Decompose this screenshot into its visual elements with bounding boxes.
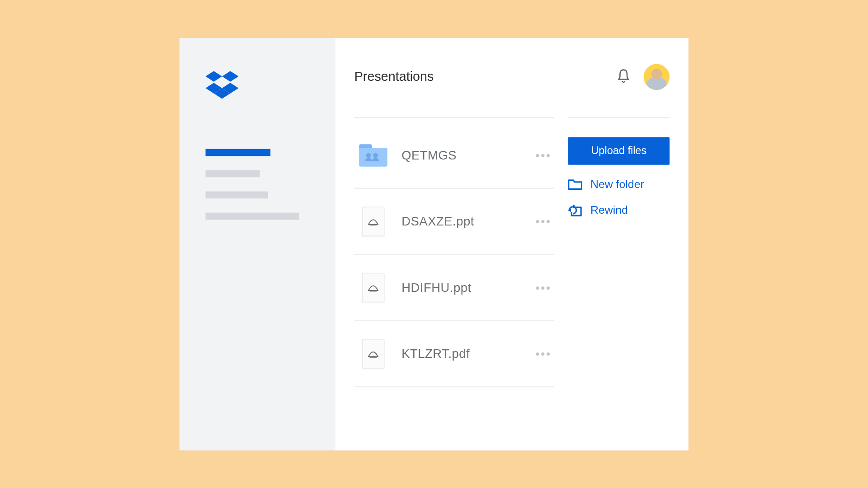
page-title: Presentations — [354, 69, 434, 84]
file-icon — [359, 272, 387, 302]
file-name: HDIFHU.ppt — [401, 280, 535, 294]
rewind-link[interactable]: Rewind — [568, 204, 670, 217]
shared-folder-icon — [359, 144, 387, 167]
svg-marker-1 — [222, 71, 239, 82]
file-list: QETMGS ••• DSAXZE.ppt ••• — [354, 117, 554, 387]
dropbox-logo-icon[interactable] — [206, 71, 310, 102]
new-folder-link[interactable]: New folder — [568, 178, 670, 191]
notifications-icon[interactable] — [617, 68, 631, 85]
list-item[interactable]: HDIFHU.ppt ••• — [354, 255, 554, 321]
file-icon — [359, 339, 387, 368]
content-body: QETMGS ••• DSAXZE.ppt ••• — [354, 117, 670, 387]
more-options-icon[interactable]: ••• — [536, 281, 554, 294]
more-options-icon[interactable]: ••• — [536, 215, 554, 228]
action-label: New folder — [590, 178, 644, 191]
sidebar-nav-item[interactable] — [206, 191, 268, 198]
divider — [568, 117, 670, 118]
action-label: Rewind — [590, 204, 628, 217]
header-actions — [617, 64, 670, 89]
list-item[interactable]: QETMGS ••• — [354, 123, 554, 189]
upload-files-button[interactable]: Upload files — [568, 137, 670, 164]
list-item[interactable]: DSAXZE.ppt ••• — [354, 189, 554, 255]
action-panel: Upload files New folder Rewind — [568, 117, 670, 387]
folder-icon — [568, 178, 582, 190]
sidebar — [179, 38, 335, 450]
file-name: KTLZRT.pdf — [401, 347, 535, 361]
file-icon — [359, 206, 387, 236]
sidebar-nav-item[interactable] — [206, 170, 260, 177]
file-name: DSAXZE.ppt — [401, 214, 535, 228]
rewind-icon — [568, 204, 582, 217]
sidebar-nav-item[interactable] — [206, 212, 299, 220]
user-avatar[interactable] — [644, 64, 670, 89]
file-name: QETMGS — [401, 148, 535, 162]
svg-marker-0 — [206, 71, 222, 82]
more-options-icon[interactable]: ••• — [536, 148, 554, 162]
header: Presentations — [354, 64, 670, 100]
sidebar-nav-item-active[interactable] — [206, 149, 271, 156]
more-options-icon[interactable]: ••• — [536, 347, 554, 360]
divider — [354, 117, 554, 118]
list-item[interactable]: KTLZRT.pdf ••• — [354, 321, 554, 387]
app-window: Presentations — [179, 38, 689, 450]
main-content: Presentations — [335, 38, 689, 450]
